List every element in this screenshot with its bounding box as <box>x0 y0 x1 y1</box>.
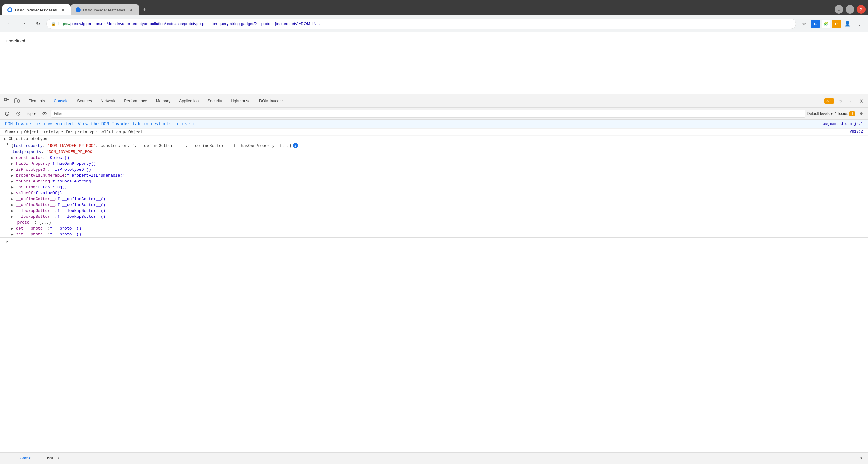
propertyisenumerable-value: f propertyIsEnumerable() <box>67 173 125 178</box>
top-level-selector[interactable]: top ▾ <box>25 110 38 118</box>
tostring-row[interactable]: ▶ toString: f toString() <box>0 184 868 190</box>
valueof-row[interactable]: ▶ valueOf: f valueOf() <box>0 190 868 196</box>
bottom-close-button[interactable]: ✕ <box>857 454 866 463</box>
svg-point-10 <box>44 113 45 114</box>
dom-invader-message: DOM Invader is now enabled. View the DOM… <box>0 120 868 129</box>
browser-close-button[interactable]: ✕ <box>857 5 866 13</box>
constructor-arrow[interactable]: ▶ <box>10 156 15 160</box>
user-profile-button[interactable]: 👤 <box>843 19 852 29</box>
get-proto-row[interactable]: ▶ get __proto__: f __proto__() <box>0 226 868 231</box>
lookupgetter-arrow[interactable]: ▶ <box>10 209 15 213</box>
lookupsetter-row[interactable]: ▶ __lookupSetter__: f __lookupSetter__() <box>0 214 868 220</box>
address-bar[interactable]: 🔒 https://portswigger-labs.net/dom-invad… <box>46 19 796 29</box>
issue-count: 1 <box>830 99 832 103</box>
filter-input[interactable] <box>51 110 805 118</box>
tolocalestring-arrow[interactable]: ▶ <box>10 179 15 184</box>
hasownproperty-key: hasOwnProperty <box>16 161 50 166</box>
devtools-more-button[interactable]: ⋮ <box>846 97 855 105</box>
navigation-bar: ← → ↻ 🔒 https://portswigger-labs.net/dom… <box>0 15 868 32</box>
hasownproperty-arrow[interactable]: ▶ <box>10 162 15 166</box>
page-output: undefined <box>6 38 25 43</box>
showing-prototype-line: Showing Object.prototype for prototype p… <box>0 129 868 136</box>
lookupsetter-arrow[interactable]: ▶ <box>10 214 15 219</box>
bottom-tab-console[interactable]: Console <box>16 453 38 464</box>
set-proto-row[interactable]: ▶ set __proto__: f __proto__() <box>0 231 868 237</box>
preserve-log-button[interactable] <box>13 110 23 118</box>
showing-prototype-source[interactable]: VM10:2 <box>850 130 863 134</box>
clear-console-button[interactable] <box>2 110 12 118</box>
extension-1-button[interactable]: B <box>811 20 819 28</box>
tab-1[interactable]: DOM Invader testcases ✕ <box>2 4 71 15</box>
main-object-arrow[interactable]: ▶ <box>6 143 10 148</box>
constructor-row[interactable]: ▶ constructor: f Object() <box>0 155 868 161</box>
issue-icon: ⚠ <box>826 99 829 103</box>
default-levels-selector[interactable]: Default levels ▾ <box>807 111 833 116</box>
definegetter-row[interactable]: ▶ __defineGetter__: f __defineGetter__() <box>0 196 868 202</box>
valueof-arrow[interactable]: ▶ <box>10 191 15 195</box>
extension-3-button[interactable]: P <box>832 20 841 28</box>
tostring-arrow[interactable]: ▶ <box>10 185 15 189</box>
new-tab-button[interactable]: + <box>139 4 150 15</box>
nav-right-buttons: ☆ B 🧩 P 👤 ⋮ <box>799 19 864 29</box>
tab-network[interactable]: Network <box>96 95 120 107</box>
tab-sources[interactable]: Sources <box>73 95 96 107</box>
console-settings-button[interactable]: ⚙ <box>858 110 866 118</box>
tab-dom-invader[interactable]: DOM Invader <box>255 95 287 107</box>
tab-performance[interactable]: Performance <box>120 95 151 107</box>
tab-console[interactable]: Console <box>49 95 73 107</box>
inspect-element-button[interactable] <box>2 97 11 105</box>
lookupgetter-row[interactable]: ▶ __lookupGetter__: f __lookupGetter__() <box>0 208 868 214</box>
get-proto-arrow[interactable]: ▶ <box>10 226 15 230</box>
tab-memory[interactable]: Memory <box>152 95 175 107</box>
main-object-text: {testproperty: 'DOM_INVADER_PP_POC', con… <box>11 143 292 148</box>
tab-lighthouse[interactable]: Lighthouse <box>226 95 255 107</box>
set-proto-arrow[interactable]: ▶ <box>10 232 15 236</box>
eye-button[interactable] <box>40 110 49 118</box>
set-proto-key: set __proto__ <box>16 232 48 237</box>
propertyisenumerable-arrow[interactable]: ▶ <box>10 173 15 177</box>
tab-elements[interactable]: Elements <box>24 95 49 107</box>
extension-2-button[interactable]: 🧩 <box>822 20 830 28</box>
forward-button[interactable]: → <box>18 18 29 29</box>
bottom-more-button[interactable]: ⋮ <box>2 454 11 463</box>
issue-badge[interactable]: ⚠ 1 <box>824 99 834 104</box>
hasownproperty-row[interactable]: ▶ hasOwnProperty: f hasOwnProperty() <box>0 161 868 167</box>
isprototypeof-row[interactable]: ▶ isPrototypeOf: f isPrototypeOf() <box>0 167 868 172</box>
testproperty-value: "DOM_INVADER_PP_POC" <box>46 150 95 154</box>
bottom-tab-issues[interactable]: Issues <box>43 453 63 464</box>
lookupsetter-key: __lookupSetter__ <box>16 214 55 219</box>
definegetter-arrow[interactable]: ▶ <box>10 197 15 201</box>
main-object-row[interactable]: ▶ {testproperty: 'DOM_INVADER_PP_POC', c… <box>0 142 868 149</box>
maximize-button[interactable] <box>846 5 855 13</box>
console-content: DOM Invader is now enabled. View the DOM… <box>0 120 868 452</box>
reload-button[interactable]: ↻ <box>32 18 43 29</box>
more-options-button[interactable]: ⋮ <box>855 19 864 29</box>
console-toolbar-right: Default levels ▾ 1 Issue: 1 ⚙ <box>807 110 866 118</box>
object-prototype-row[interactable]: ▶ Object.prototype <box>0 136 868 142</box>
tab-security[interactable]: Security <box>203 95 226 107</box>
dom-invader-source[interactable]: augmented-dom.js:1 <box>823 122 863 126</box>
devtools-bottom-bar: ⋮ Console Issues ✕ <box>0 452 868 464</box>
default-levels-chevron: ▾ <box>831 111 833 116</box>
tolocalestring-key: toLocaleString <box>16 179 50 184</box>
back-button[interactable]: ← <box>4 18 15 29</box>
devtools-settings-button[interactable]: ⚙ <box>836 97 844 105</box>
top-level-chevron: ▾ <box>34 111 36 116</box>
devtools-close-button[interactable]: ✕ <box>857 97 866 105</box>
isprototypeof-arrow[interactable]: ▶ <box>10 168 15 172</box>
tab-2-close[interactable]: ✕ <box>128 7 134 13</box>
address-text: https://portswigger-labs.net/dom-invader… <box>58 21 320 26</box>
tab-bar: DOM Invader testcases ✕ DOM Invader test… <box>0 0 868 15</box>
address-https: https:// <box>58 21 70 26</box>
minimize-button[interactable]: ⌄ <box>835 5 843 13</box>
definesetter-arrow[interactable]: ▶ <box>10 203 15 207</box>
tab-2[interactable]: DOM Invader testcases ✕ <box>71 4 139 15</box>
bookmark-star-button[interactable]: ☆ <box>799 19 809 29</box>
object-prototype-arrow[interactable]: ▶ <box>2 137 7 141</box>
tab-1-close[interactable]: ✕ <box>60 7 66 13</box>
definesetter-row[interactable]: ▶ __defineSetter__: f __defineSetter__() <box>0 202 868 208</box>
tab-application[interactable]: Application <box>175 95 204 107</box>
propertyisenumerable-row[interactable]: ▶ propertyIsEnumerable: f propertyIsEnum… <box>0 172 868 178</box>
device-toolbar-button[interactable] <box>12 97 21 105</box>
tolocalestring-row[interactable]: ▶ toLocaleString: f toLocaleString() <box>0 178 868 184</box>
